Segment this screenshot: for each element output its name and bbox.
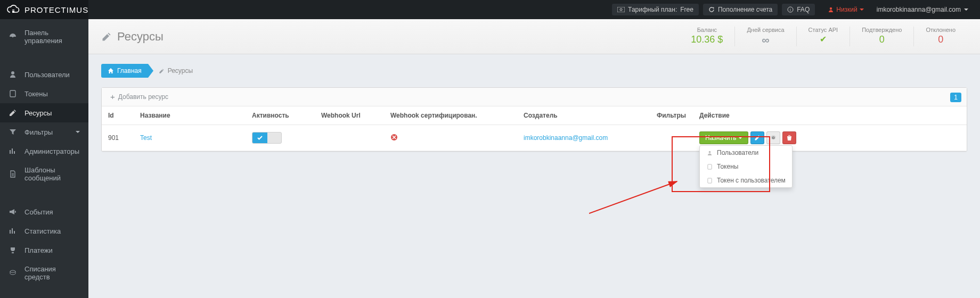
stat-value: 0 (862, 34, 902, 45)
sidebar-label: Администраторы (24, 147, 79, 155)
refresh-icon (708, 6, 715, 13)
settings-button[interactable] (766, 131, 780, 144)
sidebar-label: Токены (24, 90, 48, 98)
sidebar-item-events[interactable]: События (0, 202, 88, 221)
stat-confirmed: Подтверждено 0 (850, 27, 913, 46)
panel-toolbar: + Добавить ресурс 1 (102, 88, 967, 106)
toggle-on (252, 133, 267, 143)
caret-down-icon (860, 9, 864, 11)
svg-point-4 (830, 7, 832, 10)
col-webhook-cert: Webhook сертифицирован. (384, 106, 517, 125)
topup-label: Пополнение счета (718, 6, 772, 13)
sidebar-item-tokens[interactable]: Токены (0, 84, 88, 103)
page-title-text: Ресурсы (117, 30, 164, 44)
trash-icon (786, 135, 793, 141)
dropdown-item-token-user[interactable]: Токен с пользователем (700, 173, 792, 187)
add-resource-label: Добавить ресурс (118, 93, 168, 101)
user-icon (706, 150, 713, 156)
plan-label: Тарифный план: (628, 6, 677, 13)
user-email: imkorobkinaanna@gmail.com (877, 6, 961, 13)
stat-rejected: Отклонено 0 (913, 27, 967, 46)
sidebar-item-resources[interactable]: Ресурсы (0, 103, 88, 122)
edit-icon (101, 31, 112, 42)
creator-link[interactable]: imkorobkinaanna@gmail.com (524, 134, 608, 142)
col-webhook: Webhook Url (315, 106, 384, 125)
sidebar-label: События (24, 208, 53, 216)
stat-days: Дней сервиса ∞ (734, 27, 796, 46)
topup-pill[interactable]: Пополнение счета (703, 4, 778, 15)
sidebar-item-writeoffs[interactable]: Списания средств (0, 260, 88, 286)
user-email-menu[interactable]: imkorobkinaanna@gmail.com (877, 6, 968, 13)
risk-label: Низкий (836, 6, 858, 13)
sidebar-item-filters[interactable]: Фильтры (0, 122, 88, 142)
stat-api: Статус API ✔ (796, 27, 850, 46)
top-right: Тарифный план: Free Пополнение счета i F… (612, 4, 980, 15)
stat-value: 0 (926, 34, 956, 45)
edit-icon (159, 68, 165, 74)
dashboard-icon (9, 32, 17, 41)
svg-point-11 (708, 151, 710, 153)
page-title: Ресурсы (101, 30, 164, 44)
svg-rect-0 (617, 7, 625, 12)
page-header: Ресурсы Баланс 10.36 $ Дней сервиса ∞ Ст… (88, 19, 980, 54)
resource-name-link[interactable]: Test (140, 134, 152, 142)
sidebar-label: Статистика (24, 227, 61, 235)
sidebar-item-users[interactable]: Пользователи (0, 65, 88, 84)
plus-icon: + (110, 94, 115, 100)
stat-label: Отклонено (926, 27, 956, 33)
breadcrumb-current-label: Ресурсы (168, 67, 193, 74)
risk-indicator[interactable]: Низкий (828, 6, 864, 13)
user-icon (9, 70, 17, 79)
document-icon (9, 170, 17, 178)
plan-pill[interactable]: Тарифный план: Free (612, 4, 699, 15)
breadcrumb-home[interactable]: Главная (101, 64, 148, 78)
edit-button[interactable] (750, 131, 764, 144)
sidebar-item-payments[interactable]: Платежи (0, 241, 88, 260)
cell-webhook-cert (384, 125, 517, 151)
svg-text:i: i (790, 7, 791, 12)
gear-icon (770, 135, 777, 141)
faq-pill[interactable]: i FAQ (782, 4, 815, 15)
content: Ресурсы Баланс 10.36 $ Дней сервиса ∞ Ст… (88, 19, 980, 298)
coins-icon (9, 269, 17, 277)
assign-button[interactable]: Назначить (699, 131, 748, 144)
brand-text: Protectimus (24, 5, 88, 14)
svg-rect-7 (10, 90, 15, 97)
sidebar-label: Пользователи (24, 71, 70, 79)
cell-id: 901 (102, 125, 134, 151)
cell-webhook (315, 125, 384, 151)
active-toggle[interactable] (252, 132, 282, 144)
sidebar-item-templates[interactable]: Шаблоны сообщений (0, 161, 88, 187)
resources-panel: + Добавить ресурс 1 Id Название Активнос… (101, 87, 967, 152)
trophy-icon (9, 246, 17, 254)
add-resource-button[interactable]: + Добавить ресурс (107, 91, 172, 103)
stat-label: Статус API (808, 27, 838, 33)
delete-button[interactable] (782, 131, 796, 144)
stat-value: 10.36 $ (691, 34, 723, 45)
caret-down-icon (964, 9, 968, 11)
sidebar-item-admins[interactable]: Администраторы (0, 142, 88, 161)
col-creator: Создатель (517, 106, 650, 125)
sidebar-item-stats[interactable]: Статистика (0, 221, 88, 241)
stat-balance: Баланс 10.36 $ (679, 27, 734, 46)
brand-logo[interactable]: Protectimus (0, 0, 88, 19)
cloud-lock-icon (6, 4, 20, 15)
stat-label: Подтверждено (862, 27, 902, 33)
annotation-arrow (589, 163, 685, 216)
dropdown-item-tokens[interactable]: Токены (700, 160, 792, 173)
pagination[interactable]: 1 (950, 93, 961, 101)
topbar: Protectimus Тарифный план: Free Пополнен… (0, 0, 980, 19)
col-action: Действие (693, 106, 967, 125)
stat-label: Дней сервиса (747, 27, 784, 33)
dropdown-label: Токены (717, 163, 738, 170)
sidebar-label: Панель управления (24, 29, 80, 45)
col-active: Активность (246, 106, 315, 125)
chart-icon (9, 227, 17, 235)
caret-down-icon (76, 131, 80, 133)
dropdown-item-users[interactable]: Пользователи (700, 146, 792, 160)
sidebar-item-dashboard[interactable]: Панель управления (0, 23, 88, 50)
svg-rect-13 (707, 178, 711, 183)
svg-point-6 (11, 71, 14, 74)
edit-icon (754, 135, 761, 141)
col-filters: Фильтры (650, 106, 693, 125)
